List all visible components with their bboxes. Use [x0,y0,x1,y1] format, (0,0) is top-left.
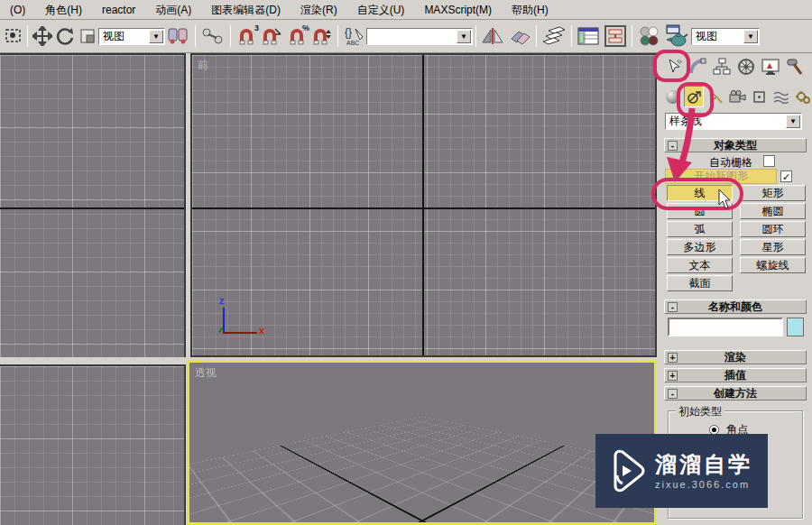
toolbar-separator [337,25,338,47]
chevron-down-icon[interactable]: ▼ [786,115,800,128]
viewport-front[interactable]: 前 z x [190,53,657,357]
select-and-link-icon[interactable] [198,24,227,48]
grid-axis-line [0,207,184,209]
schematic-view-icon[interactable] [602,24,629,48]
subcategory-helpers-icon[interactable] [749,86,769,107]
layer-manager-icon[interactable] [540,24,568,48]
menu-item-animation[interactable]: 动画(A) [145,1,201,19]
shape-button-ellipse[interactable]: 椭圆 [740,203,806,219]
rollout-interpolation-title: 插值 [724,369,746,382]
select-move-icon[interactable] [31,24,53,48]
shape-button-rectangle[interactable]: 矩形 [740,185,806,201]
annotation-circle-create-tab [653,50,690,82]
menu-item-maxscript[interactable]: MAXScript(M) [414,1,502,19]
watermark-text: 溜溜自学 zixue.3066.com [655,453,752,490]
axis-z-label: z [219,295,225,306]
shape-button-arc[interactable]: 弧 [667,221,733,237]
rollout-name-and-color[interactable]: - 名称和颜色 [664,299,807,314]
rollout-creation-method[interactable]: - 创建方法 [664,386,807,401]
shape-button-donut[interactable]: 圆环 [740,221,806,237]
perspective-ground-grid [187,360,657,520]
tab-utilities[interactable] [782,54,807,78]
start-new-shape-checkbox[interactable]: ✓ [780,170,792,182]
chevron-down-icon[interactable]: ▼ [149,30,163,43]
rollout-rendering[interactable]: + 渲染 [664,350,807,364]
toolbar-separator [27,25,28,47]
select-scale-icon[interactable] [76,24,98,48]
annotation-circle-shapes-icon [677,82,714,117]
object-color-swatch[interactable] [787,318,804,336]
rollout-name-and-color-title: 名称和颜色 [708,300,762,313]
expand-icon[interactable]: + [668,371,678,381]
subcategory-systems-icon[interactable] [792,86,812,107]
play-logo-icon [604,448,646,493]
tab-motion[interactable] [734,54,758,78]
collapse-icon[interactable]: - [668,389,678,399]
menu-item-rendering[interactable]: 渲染(R) [291,1,347,19]
toolbar-separator [571,25,572,47]
menu-item-reactor[interactable]: reactor [92,1,145,19]
named-selection-dropdown[interactable]: ▼ [366,28,473,45]
svg-text:{}: {} [345,26,352,39]
menu-item-o[interactable]: (O) [0,1,35,19]
toolbar-separator [475,25,476,47]
annotation-circle-line-button [651,178,743,210]
chevron-down-icon[interactable]: ▼ [743,30,758,43]
menu-item-character[interactable]: 角色(H) [35,1,92,19]
named-selection-sets-icon[interactable]: {}ABC [341,24,366,48]
collapse-icon[interactable]: - [668,302,678,312]
svg-text:ABC: ABC [346,40,359,46]
snap-toggle-3d-icon[interactable]: 3 [234,24,259,48]
manipulate-icon[interactable] [165,24,192,48]
render-setup-icon[interactable] [662,24,691,48]
mirror-icon[interactable] [479,24,506,48]
curve-editor-icon[interactable] [575,24,602,48]
spinner-snap-icon[interactable] [309,24,335,48]
axis-z-line [223,308,225,333]
reference-coordinate-dropdown[interactable]: 视图 ▼ [98,28,165,45]
material-editor-icon[interactable] [635,24,662,48]
angle-snap-icon[interactable] [259,24,284,48]
menu-bar: (O) 角色(H) reactor 动画(A) 图表编辑器(D) 渲染(R) 自… [0,0,812,20]
tab-display[interactable] [758,54,782,78]
rollout-creation-method-title: 创建方法 [714,387,757,400]
ground-axis-line [187,446,565,525]
check-icon: ✓ [782,171,790,182]
tab-hierarchy[interactable] [709,54,734,78]
shape-button-text[interactable]: 文本 [667,257,733,273]
shape-button-polygon[interactable]: 多边形 [667,239,733,255]
rollout-interpolation[interactable]: + 插值 [664,368,807,382]
subcategory-cameras-icon[interactable] [727,86,747,107]
align-icon[interactable] [506,24,533,48]
shape-button-helix[interactable]: 螺旋线 [740,257,806,273]
snap-percent-label: % [302,23,309,32]
render-view-dropdown[interactable]: 视图 ▼ [691,28,760,45]
subcategory-space-warps-icon[interactable] [770,86,790,107]
select-rotate-icon[interactable] [53,24,76,48]
select-region-icon[interactable] [2,24,24,48]
menu-item-customize[interactable]: 自定义(U) [347,1,415,19]
reference-coordinate-value: 视图 [99,29,148,44]
chevron-down-icon[interactable]: ▼ [457,30,471,43]
viewport-perspective[interactable]: 透视 [187,360,657,525]
rollout-object-type-title: 对象类型 [714,139,757,152]
shape-button-section[interactable]: 截面 [667,275,733,291]
menu-item-graph-editors[interactable]: 图表编辑器(D) [201,1,291,19]
viewport-front-label: 前 [198,58,208,73]
toolbar-separator [536,25,537,47]
viewport-left-top[interactable] [0,53,186,357]
object-name-input[interactable] [668,318,783,336]
rollout-object-type[interactable]: - 对象类型 [664,138,807,152]
grid-axis-line-vertical [422,55,424,355]
main-toolbar: 视图 ▼ 3 % {}ABC ▼ [0,20,812,53]
watermark-brand: 溜溜自学 [655,453,752,476]
shape-button-star[interactable]: 星形 [740,239,806,255]
autogrid-checkbox[interactable] [763,155,775,167]
axis-x-label: x [259,325,264,336]
viewport-left-bottom[interactable] [0,364,186,525]
percent-snap-icon[interactable]: % [284,24,309,48]
expand-icon[interactable]: + [668,353,678,363]
menu-item-help[interactable]: 帮助(H) [502,1,558,19]
collapse-icon[interactable]: - [668,141,678,151]
toolbar-separator [632,25,632,47]
